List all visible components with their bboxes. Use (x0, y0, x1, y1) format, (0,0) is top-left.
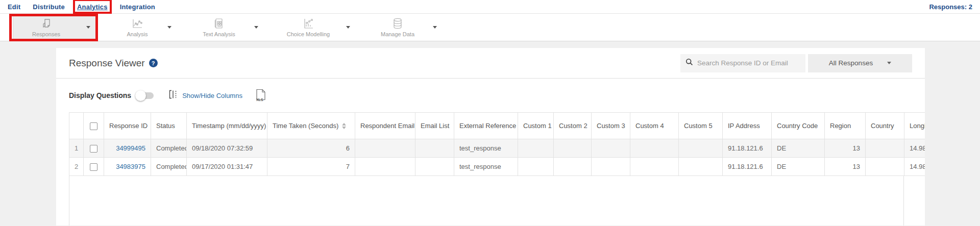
row-checkbox[interactable] (90, 163, 97, 171)
header-email-list: Email List (415, 113, 454, 139)
cell-custom-4 (630, 158, 679, 176)
toolbar-item-responses[interactable]: Responses (13, 16, 96, 39)
cell-country (866, 139, 904, 158)
cell-country-code: DE (772, 139, 825, 158)
choice-modelling-dropdown-caret-icon[interactable] (346, 26, 350, 29)
display-questions-toggle[interactable] (136, 92, 154, 99)
manage-data-dropdown-caret-icon[interactable] (433, 26, 437, 29)
analysis-icon (131, 17, 143, 30)
nav-item-analytics[interactable]: Analytics (77, 3, 108, 11)
choice-modelling-icon (302, 17, 314, 30)
sort-icon[interactable] (342, 123, 346, 129)
toolbar-item-responses-label: Responses (32, 31, 60, 37)
text-analysis-dropdown-caret-icon[interactable] (254, 26, 258, 29)
help-icon[interactable]: ? (149, 59, 158, 67)
cell-ip-address: 91.18.121.6 (723, 158, 772, 176)
toolbar-item-responses-main: Responses (13, 17, 79, 37)
row-number: 1 (69, 139, 84, 158)
text-analysis-icon (213, 17, 225, 30)
columns-icon[interactable] (169, 90, 178, 101)
nav-item-edit[interactable]: Edit (8, 3, 20, 11)
toggle-knob (135, 90, 146, 101)
row-checkbox-cell (84, 158, 104, 176)
header-custom-5: Custom 5 (679, 113, 723, 139)
header-timestamp-label: Timestamp (mm/dd/yyyy) (192, 122, 266, 130)
header-external-reference: External Reference (454, 113, 518, 139)
header-country-code: Country Code (772, 113, 825, 139)
responses-dropdown-caret-icon[interactable] (86, 26, 90, 29)
toolbar-item-text-analysis-main: Text Analysis (191, 17, 247, 37)
cell-external-reference: test_response (454, 158, 518, 176)
toolbar-item-manage-data[interactable]: Manage Data (370, 17, 437, 37)
toolbar-item-analysis-label: Analysis (127, 31, 148, 37)
response-id-link[interactable]: 34999495 (116, 144, 145, 152)
cell-timestamp: 09/18/2020 07:32:59 (187, 139, 267, 158)
header-status-label: Status (156, 122, 175, 130)
responses-icon (40, 17, 53, 30)
nav-item-analytics-label: Analytics (77, 3, 108, 11)
search-box[interactable] (680, 54, 805, 72)
analytics-toolbar: Responses Analysis (0, 14, 980, 41)
nav-item-distribute[interactable]: Distribute (33, 3, 65, 11)
cell-custom-3 (592, 139, 630, 158)
cell-status: Completed (151, 139, 187, 158)
filter-caret-icon (887, 62, 891, 64)
cell-email-list (415, 139, 454, 158)
cell-response-id: 34983975 (104, 158, 151, 176)
header-custom-1: Custom 1 (518, 113, 554, 139)
toolbar-item-choice-modelling[interactable]: Choice Modelling (278, 17, 350, 37)
header-respondent-email: Respondent Email (355, 113, 415, 139)
search-input[interactable] (697, 59, 800, 67)
cell-custom-3 (592, 158, 630, 176)
header-status: Status (151, 113, 187, 139)
responses-table-container: Response ID Status Timestamp (mm/dd/yyyy… (69, 112, 925, 225)
manage-data-icon (391, 17, 404, 30)
cell-custom-1 (518, 158, 554, 176)
toolbar-item-manage-data-main: Manage Data (370, 17, 426, 37)
row-checkbox[interactable] (90, 145, 97, 153)
cell-respondent-email (355, 139, 415, 158)
cell-region: 13 (825, 158, 866, 176)
xls-export-icon[interactable]: XLS (256, 89, 266, 103)
header-timestamp[interactable]: Timestamp (mm/dd/yyyy) (187, 113, 267, 139)
show-hide-columns-link[interactable]: Show/Hide Columns (182, 92, 242, 99)
table-row: 2 34983975 Completed 09/17/2020 01:31:47… (69, 158, 925, 176)
xls-label: XLS (256, 98, 263, 102)
header-country: Country (866, 113, 904, 139)
row-number: 2 (69, 158, 84, 176)
header-region-label: Region (830, 122, 851, 130)
toolbar-item-text-analysis-label: Text Analysis (203, 31, 235, 37)
analysis-dropdown-caret-icon[interactable] (167, 26, 172, 29)
cell-custom-2 (554, 158, 592, 176)
header-custom-3: Custom 3 (592, 113, 630, 139)
header-custom-3-label: Custom 3 (597, 122, 625, 130)
cell-country-code: DE (772, 158, 825, 176)
response-id-link[interactable]: 34983975 (116, 163, 145, 170)
cell-longitude: 14.98 (904, 158, 925, 176)
cell-region: 13 (825, 139, 866, 158)
row-checkbox-cell (84, 139, 104, 158)
cell-custom-1 (518, 139, 554, 158)
toolbar-item-text-analysis[interactable]: Text Analysis (191, 17, 258, 37)
header-custom-1-label: Custom 1 (523, 122, 552, 130)
header-longitude-label: Longi (910, 122, 925, 130)
table-controls-row: Display Questions Show/Hide Columns XLS (56, 79, 925, 112)
header-custom-4: Custom 4 (630, 113, 679, 139)
cell-respondent-email (355, 158, 415, 176)
header-response-id-label: Response ID (109, 122, 148, 130)
response-filter-dropdown[interactable]: All Responses (808, 54, 912, 72)
nav-item-integration[interactable]: Integration (120, 3, 155, 11)
table-row: 1 34999495 Completed 09/18/2020 07:32:59… (69, 139, 925, 158)
cell-external-reference: test_response (454, 139, 518, 158)
header-time-taken[interactable]: Time Taken (Seconds) (267, 113, 355, 139)
header-response-id[interactable]: Response ID (104, 113, 151, 139)
header-custom-2: Custom 2 (554, 113, 592, 139)
toolbar-item-analysis[interactable]: Analysis (114, 17, 172, 37)
header-email-list-label: Email List (421, 122, 449, 130)
nav-item-integration-label: Integration (120, 3, 155, 11)
header-custom-5-label: Custom 5 (684, 122, 713, 130)
cell-custom-5 (679, 158, 723, 176)
toolbar-item-choice-modelling-label: Choice Modelling (287, 31, 330, 37)
cell-custom-5 (679, 139, 723, 158)
select-all-checkbox[interactable] (90, 122, 97, 130)
